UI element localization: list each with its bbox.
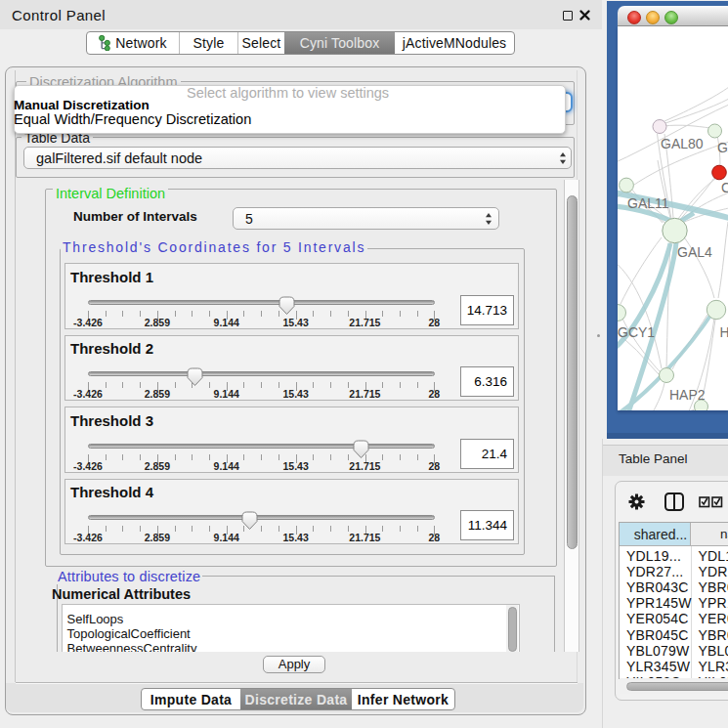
svg-text:GA: GA: [717, 140, 728, 155]
svg-text:GAL80: GAL80: [661, 136, 704, 151]
svg-text:HAP2: HAP2: [669, 387, 706, 403]
svg-text:H: H: [720, 324, 728, 340]
svg-text:GAL11: GAL11: [627, 195, 669, 211]
svg-text:GCY1: GCY1: [618, 324, 655, 340]
svg-text:C: C: [721, 180, 728, 195]
svg-text:GAL4: GAL4: [677, 244, 712, 260]
